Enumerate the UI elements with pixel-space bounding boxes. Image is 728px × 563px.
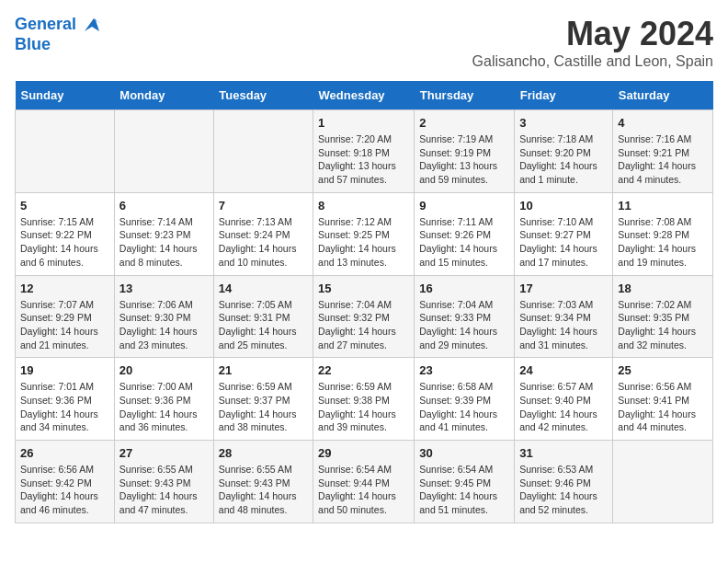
- day-number: 7: [219, 199, 308, 213]
- calendar-cell: 1 Sunrise: 7:20 AMSunset: 9:18 PMDayligh…: [313, 110, 415, 193]
- calendar-cell: 11 Sunrise: 7:08 AMSunset: 9:28 PMDaylig…: [613, 192, 713, 275]
- day-number: 8: [318, 199, 409, 213]
- calendar-cell: 19 Sunrise: 7:01 AMSunset: 9:36 PMDaylig…: [16, 358, 115, 441]
- day-detail: Sunrise: 6:54 AMSunset: 9:45 PMDaylight:…: [419, 463, 509, 517]
- header-tuesday: Tuesday: [213, 81, 313, 110]
- day-number: 9: [419, 199, 509, 213]
- day-detail: Sunrise: 6:59 AMSunset: 9:37 PMDaylight:…: [219, 380, 308, 434]
- calendar-cell: 7 Sunrise: 7:13 AMSunset: 9:24 PMDayligh…: [213, 192, 313, 275]
- calendar-cell: 31 Sunrise: 6:53 AMSunset: 9:46 PMDaylig…: [515, 441, 613, 523]
- calendar-cell: [16, 110, 115, 193]
- day-number: 23: [419, 363, 509, 377]
- calendar-cell: 23 Sunrise: 6:58 AMSunset: 9:39 PMDaylig…: [415, 358, 515, 441]
- day-number: 21: [219, 363, 308, 377]
- day-number: 28: [219, 446, 308, 460]
- calendar-cell: 18 Sunrise: 7:02 AMSunset: 9:35 PMDaylig…: [613, 275, 713, 358]
- logo-bird-icon: [83, 15, 103, 35]
- day-detail: Sunrise: 7:12 AMSunset: 9:25 PMDaylight:…: [318, 215, 409, 270]
- calendar-cell: 15 Sunrise: 7:04 AMSunset: 9:32 PMDaylig…: [313, 275, 415, 358]
- svg-marker-0: [85, 18, 101, 31]
- subtitle: Galisancho, Castille and Leon, Spain: [472, 53, 713, 70]
- day-number: 24: [519, 363, 608, 377]
- header-wednesday: Wednesday: [313, 81, 415, 110]
- calendar-cell: 17 Sunrise: 7:03 AMSunset: 9:34 PMDaylig…: [515, 275, 613, 358]
- day-number: 25: [618, 363, 708, 377]
- day-detail: Sunrise: 7:03 AMSunset: 9:34 PMDaylight:…: [519, 298, 608, 352]
- calendar-week-row: 19 Sunrise: 7:01 AMSunset: 9:36 PMDaylig…: [16, 358, 713, 441]
- day-detail: Sunrise: 7:15 AMSunset: 9:22 PMDaylight:…: [20, 215, 109, 270]
- logo-blue: Blue: [15, 35, 103, 54]
- calendar-week-row: 1 Sunrise: 7:20 AMSunset: 9:18 PMDayligh…: [16, 110, 713, 193]
- calendar-cell: 22 Sunrise: 6:59 AMSunset: 9:38 PMDaylig…: [313, 358, 415, 441]
- day-number: 6: [119, 199, 209, 213]
- header-thursday: Thursday: [415, 81, 515, 110]
- calendar-cell: 13 Sunrise: 7:06 AMSunset: 9:30 PMDaylig…: [114, 275, 213, 358]
- day-number: 16: [419, 282, 509, 295]
- calendar-week-row: 5 Sunrise: 7:15 AMSunset: 9:22 PMDayligh…: [16, 192, 713, 275]
- day-number: 22: [318, 363, 409, 377]
- calendar-cell: [213, 110, 313, 193]
- calendar-header-row: SundayMondayTuesdayWednesdayThursdayFrid…: [16, 81, 713, 110]
- day-detail: Sunrise: 6:58 AMSunset: 9:39 PMDaylight:…: [419, 380, 509, 434]
- day-detail: Sunrise: 7:05 AMSunset: 9:31 PMDaylight:…: [219, 298, 308, 352]
- day-number: 4: [618, 116, 708, 130]
- day-detail: Sunrise: 7:07 AMSunset: 9:29 PMDaylight:…: [20, 298, 109, 352]
- calendar-cell: 30 Sunrise: 6:54 AMSunset: 9:45 PMDaylig…: [415, 441, 515, 523]
- header-sunday: Sunday: [16, 81, 115, 110]
- calendar-cell: 29 Sunrise: 6:54 AMSunset: 9:44 PMDaylig…: [313, 441, 415, 523]
- day-detail: Sunrise: 6:57 AMSunset: 9:40 PMDaylight:…: [519, 380, 608, 434]
- day-detail: Sunrise: 7:19 AMSunset: 9:19 PMDaylight:…: [419, 132, 509, 187]
- logo: General Blue: [15, 15, 103, 54]
- calendar-cell: 16 Sunrise: 7:04 AMSunset: 9:33 PMDaylig…: [415, 275, 515, 358]
- day-detail: Sunrise: 7:06 AMSunset: 9:30 PMDaylight:…: [119, 298, 209, 352]
- day-detail: Sunrise: 7:18 AMSunset: 9:20 PMDaylight:…: [519, 132, 608, 187]
- logo-general: General: [15, 15, 76, 33]
- day-number: 5: [20, 199, 109, 213]
- calendar-cell: 21 Sunrise: 6:59 AMSunset: 9:37 PMDaylig…: [213, 358, 313, 441]
- calendar-cell: 24 Sunrise: 6:57 AMSunset: 9:40 PMDaylig…: [515, 358, 613, 441]
- header-friday: Friday: [515, 81, 613, 110]
- calendar-cell: 26 Sunrise: 6:56 AMSunset: 9:42 PMDaylig…: [16, 441, 115, 523]
- day-number: 17: [519, 282, 608, 295]
- calendar-cell: 2 Sunrise: 7:19 AMSunset: 9:19 PMDayligh…: [415, 110, 515, 193]
- calendar-cell: 5 Sunrise: 7:15 AMSunset: 9:22 PMDayligh…: [16, 192, 115, 275]
- day-number: 12: [20, 282, 109, 295]
- day-detail: Sunrise: 7:04 AMSunset: 9:32 PMDaylight:…: [318, 298, 409, 352]
- header-monday: Monday: [114, 81, 213, 110]
- title-area: May 2024 Galisancho, Castille and Leon, …: [472, 15, 713, 70]
- day-detail: Sunrise: 6:56 AMSunset: 9:41 PMDaylight:…: [618, 380, 708, 434]
- calendar-week-row: 12 Sunrise: 7:07 AMSunset: 9:29 PMDaylig…: [16, 275, 713, 358]
- day-number: 3: [519, 116, 608, 130]
- calendar-week-row: 26 Sunrise: 6:56 AMSunset: 9:42 PMDaylig…: [16, 441, 713, 523]
- day-number: 19: [20, 363, 109, 377]
- day-number: 27: [119, 446, 209, 460]
- calendar-cell: 6 Sunrise: 7:14 AMSunset: 9:23 PMDayligh…: [114, 192, 213, 275]
- calendar-cell: 12 Sunrise: 7:07 AMSunset: 9:29 PMDaylig…: [16, 275, 115, 358]
- calendar-cell: 9 Sunrise: 7:11 AMSunset: 9:26 PMDayligh…: [415, 192, 515, 275]
- day-detail: Sunrise: 7:20 AMSunset: 9:18 PMDaylight:…: [318, 132, 409, 187]
- calendar-cell: 20 Sunrise: 7:00 AMSunset: 9:36 PMDaylig…: [114, 358, 213, 441]
- day-number: 11: [618, 199, 708, 213]
- calendar-cell: 25 Sunrise: 6:56 AMSunset: 9:41 PMDaylig…: [613, 358, 713, 441]
- day-number: 14: [219, 282, 308, 295]
- day-number: 13: [119, 282, 209, 295]
- calendar-cell: 3 Sunrise: 7:18 AMSunset: 9:20 PMDayligh…: [515, 110, 613, 193]
- day-number: 26: [20, 446, 109, 460]
- calendar-cell: 28 Sunrise: 6:55 AMSunset: 9:43 PMDaylig…: [213, 441, 313, 523]
- calendar-cell: [613, 441, 713, 523]
- day-detail: Sunrise: 7:10 AMSunset: 9:27 PMDaylight:…: [519, 215, 608, 270]
- day-detail: Sunrise: 7:13 AMSunset: 9:24 PMDaylight:…: [219, 215, 308, 270]
- page-header: General Blue May 2024 Galisancho, Castil…: [15, 15, 713, 70]
- calendar-cell: 4 Sunrise: 7:16 AMSunset: 9:21 PMDayligh…: [613, 110, 713, 193]
- day-detail: Sunrise: 7:14 AMSunset: 9:23 PMDaylight:…: [119, 215, 209, 270]
- day-number: 31: [519, 446, 608, 460]
- day-detail: Sunrise: 6:56 AMSunset: 9:42 PMDaylight:…: [20, 463, 109, 517]
- calendar-table: SundayMondayTuesdayWednesdayThursdayFrid…: [15, 81, 713, 523]
- day-detail: Sunrise: 7:11 AMSunset: 9:26 PMDaylight:…: [419, 215, 509, 270]
- day-detail: Sunrise: 6:55 AMSunset: 9:43 PMDaylight:…: [219, 463, 308, 517]
- day-number: 18: [618, 282, 708, 295]
- calendar-cell: 14 Sunrise: 7:05 AMSunset: 9:31 PMDaylig…: [213, 275, 313, 358]
- day-number: 2: [419, 116, 509, 130]
- day-number: 15: [318, 282, 409, 295]
- day-detail: Sunrise: 6:55 AMSunset: 9:43 PMDaylight:…: [119, 463, 209, 517]
